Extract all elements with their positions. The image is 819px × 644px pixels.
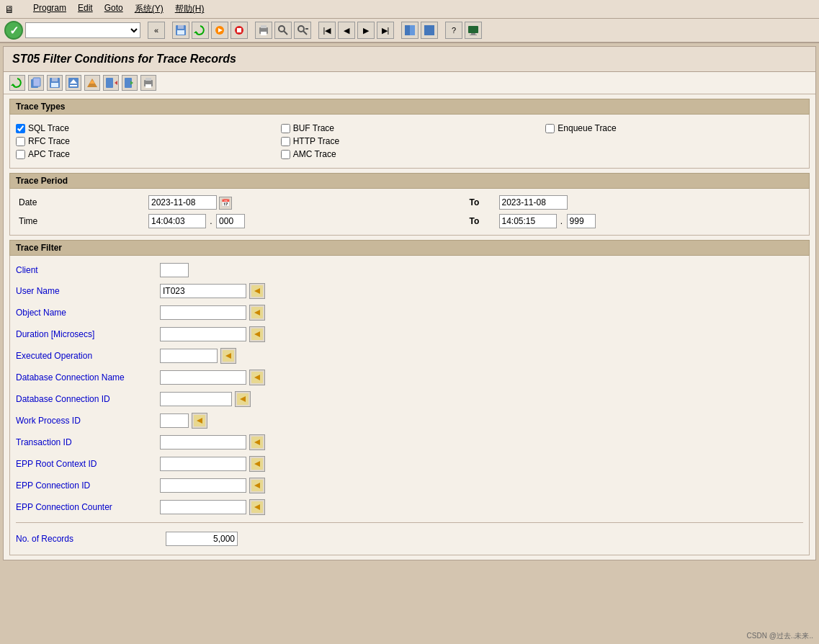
date-to-input[interactable] — [499, 195, 568, 210]
layout-button2[interactable] — [421, 22, 438, 39]
trace-period-section: Trace Period Date 📅 To Time — [9, 173, 810, 236]
calendar-button[interactable]: 📅 — [219, 197, 232, 210]
sql-trace-checkbox[interactable] — [16, 124, 25, 133]
epp-conn-id-arrow-button[interactable] — [249, 478, 265, 493]
load-sec-button[interactable] — [66, 75, 81, 91]
svg-rect-26 — [52, 78, 58, 81]
svg-rect-30 — [70, 85, 77, 86]
records-input[interactable] — [166, 532, 238, 546]
rfc-trace-checkbox[interactable] — [16, 137, 25, 146]
buf-trace-row: BUF Trace — [281, 122, 539, 135]
db-conn-name-arrow-button[interactable] — [249, 370, 265, 385]
http-trace-checkbox[interactable] — [281, 137, 290, 146]
executed-op-input[interactable] — [160, 349, 218, 363]
objectname-input[interactable] — [160, 305, 246, 320]
export-button[interactable] — [122, 75, 138, 91]
menu-help[interactable]: 帮助(H) — [171, 1, 209, 17]
mountain-button[interactable] — [84, 75, 100, 91]
client-input-row — [160, 261, 189, 279]
time-ms-from-input[interactable] — [216, 214, 245, 228]
objectname-arrow-button[interactable] — [249, 305, 265, 321]
stop-button[interactable] — [231, 22, 248, 39]
title-bar: 🖥 Program Edit Goto 系统(Y) 帮助(H) — [0, 0, 819, 19]
duration-arrow-button[interactable] — [249, 326, 265, 342]
layout-button1[interactable] — [401, 22, 419, 39]
epp-conn-id-input[interactable] — [160, 478, 246, 493]
save-button[interactable] — [172, 22, 189, 39]
svg-rect-33 — [106, 78, 113, 88]
amc-trace-row: AMC Trace — [281, 148, 539, 161]
trace-types-section: Trace Types SQL Trace RFC Trace APC Trac — [9, 99, 810, 169]
db-conn-name-input[interactable] — [160, 370, 246, 385]
date-row: Date 📅 To — [16, 193, 803, 212]
epp-conn-id-row: EPP Connection ID — [16, 475, 803, 496]
last-page-button[interactable]: ▶| — [377, 22, 394, 39]
rerun-button[interactable] — [211, 22, 228, 39]
svg-rect-24 — [33, 78, 40, 86]
import-button[interactable] — [103, 75, 119, 91]
find-next-button[interactable] — [294, 22, 311, 39]
time-ms-to-input[interactable] — [567, 214, 596, 228]
monitor-button[interactable] — [465, 22, 482, 39]
refresh-button[interactable] — [192, 22, 209, 39]
svg-rect-9 — [261, 25, 267, 28]
username-input[interactable] — [160, 284, 246, 298]
username-arrow-button[interactable] — [249, 283, 265, 299]
enqueue-trace-checkbox[interactable] — [545, 124, 555, 133]
records-label: No. of Records — [16, 534, 160, 544]
print-button[interactable] — [255, 22, 272, 39]
client-input[interactable] — [160, 263, 189, 277]
work-process-id-input[interactable] — [160, 413, 189, 428]
prev-page-button[interactable]: ◀ — [338, 22, 355, 39]
apc-trace-checkbox[interactable] — [16, 150, 25, 159]
duration-input[interactable] — [160, 327, 246, 341]
duration-row: Duration [Microsecs] — [16, 323, 803, 345]
db-conn-id-input[interactable] — [160, 392, 232, 406]
epp-root-id-arrow-button[interactable] — [249, 456, 265, 472]
help-button[interactable]: ? — [445, 22, 462, 39]
transaction-id-arrow-button[interactable] — [249, 434, 265, 450]
copy-sec-button[interactable] — [28, 75, 44, 91]
work-process-id-input-row — [160, 411, 207, 430]
app-icon: 🖥 — [4, 4, 14, 15]
back-button[interactable]: « — [148, 22, 165, 39]
work-process-id-arrow-button[interactable] — [192, 413, 207, 429]
executed-op-arrow-button[interactable] — [220, 348, 236, 364]
time-to-label: To — [453, 212, 496, 231]
refresh-sec-button[interactable] — [9, 75, 25, 91]
time-dot: . — [210, 216, 212, 226]
menu-goto[interactable]: Goto — [100, 1, 127, 17]
execute-button[interactable]: ✓ — [4, 21, 23, 40]
menu-system[interactable]: 系统(Y) — [130, 1, 168, 17]
epp-root-id-label: EPP Root Context ID — [16, 459, 160, 469]
transaction-id-input[interactable] — [160, 435, 246, 450]
epp-root-id-input[interactable] — [160, 457, 246, 471]
save-sec-button[interactable] — [47, 75, 63, 91]
buf-trace-checkbox[interactable] — [281, 124, 290, 133]
enqueue-trace-label: Enqueue Trace — [558, 123, 616, 133]
find-button[interactable] — [274, 22, 292, 39]
date-from-cell: 📅 — [146, 193, 453, 212]
db-conn-id-arrow-button[interactable] — [235, 391, 251, 407]
date-from-input[interactable] — [148, 195, 217, 210]
buf-trace-label: BUF Trace — [293, 123, 334, 133]
next-page-button[interactable]: ▶ — [357, 22, 375, 39]
menu-edit[interactable]: Edit — [73, 1, 97, 17]
epp-root-id-input-row — [160, 455, 265, 473]
db-conn-id-row: Database Connection ID — [16, 388, 803, 410]
epp-conn-counter-input[interactable] — [160, 500, 246, 514]
command-dropdown[interactable] — [25, 22, 140, 38]
svg-rect-1 — [178, 25, 184, 29]
time-to-input[interactable] — [499, 214, 557, 228]
username-label: User Name — [16, 286, 160, 296]
svg-marker-34 — [115, 81, 117, 85]
time-from-input[interactable] — [148, 214, 206, 228]
first-page-button[interactable]: |◀ — [318, 22, 336, 39]
trace-filter-section: Trace Filter Client User Name — [9, 240, 810, 555]
epp-conn-counter-arrow-button[interactable] — [249, 499, 265, 515]
menu-program[interactable]: Program — [29, 1, 71, 17]
epp-root-id-row: EPP Root Context ID — [16, 453, 803, 475]
amc-trace-checkbox[interactable] — [281, 150, 290, 159]
print-sec-button[interactable] — [140, 75, 156, 91]
trace-period-body: Date 📅 To Time . — [9, 189, 810, 236]
